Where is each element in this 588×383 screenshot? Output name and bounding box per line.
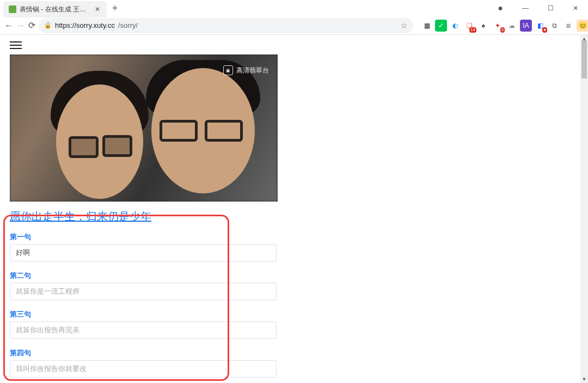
tvb-logo-icon: ▣: [223, 65, 233, 75]
minimize-button[interactable]: —: [513, 0, 538, 16]
field-label-1: 第一句: [10, 233, 277, 242]
ext-8-icon[interactable]: IA: [520, 20, 532, 32]
favicon-icon: [9, 5, 16, 13]
field-label-4: 第四句: [10, 349, 277, 358]
url-host: https://sorry.xuty.cc: [55, 21, 115, 29]
ext-6-icon[interactable]: ✦3: [492, 20, 504, 32]
window-titlebar: 表情锅 - 在线生成 王境泽 为所欲 ✕ + ● — ☐ ✕: [0, 0, 588, 16]
extensions-area: ▦✓◐❏14♠✦3☁IA◧●⧉≣😊: [421, 20, 588, 32]
field-block-1: 第一句好啊: [10, 233, 277, 262]
browser-toolbar: ← → ⟳ 🔒 https://sorry.xuty.cc/sorry/ ☆ ▦…: [0, 16, 588, 35]
template-title-link[interactable]: 愿你出走半生，归来仍是少年: [10, 209, 151, 224]
caption-input-3[interactable]: 就算你出报告再完美: [10, 321, 277, 339]
lock-icon: 🔒: [44, 22, 52, 29]
ext-1-icon[interactable]: ▦: [421, 20, 433, 32]
field-label-3: 第三句: [10, 310, 277, 319]
ext-7-icon[interactable]: ☁: [506, 20, 518, 32]
watermark-text: 高清翡翠台: [236, 66, 269, 75]
close-window-button[interactable]: ✕: [563, 0, 588, 16]
back-button[interactable]: ←: [4, 18, 13, 33]
close-tab-icon[interactable]: ✕: [94, 5, 101, 13]
ext-9-icon[interactable]: ◧●: [534, 20, 546, 32]
field-label-2: 第二句: [10, 271, 277, 281]
page-viewport: ▣ 高清翡翠台 愿你出走半生，归来仍是少年 第一句好啊第二句就算你是一流工程师第…: [0, 35, 588, 383]
ext-2-icon[interactable]: ✓: [435, 20, 447, 32]
reload-button[interactable]: ⟳: [28, 18, 35, 33]
ext-10-icon[interactable]: ⧉: [548, 20, 560, 32]
caption-form: 第一句好啊第二句就算你是一流工程师第三句就算你出报告再完美第四句我叫你改报告你就…: [10, 233, 277, 383]
ext-5-icon[interactable]: ♠: [477, 20, 489, 32]
caption-input-1[interactable]: 好啊: [10, 244, 277, 262]
ext-avatar-icon[interactable]: 😊: [577, 20, 588, 32]
hamburger-menu-button[interactable]: [10, 39, 22, 51]
url-path: /sorry/: [118, 21, 138, 29]
ext-3-icon[interactable]: ◐: [449, 20, 461, 32]
field-block-2: 第二句就算你是一流工程师: [10, 271, 277, 300]
meme-preview-image: ▣ 高清翡翠台: [10, 54, 278, 202]
forward-button: →: [16, 18, 25, 33]
scrollbar-track[interactable]: ▲ ▼: [580, 35, 588, 383]
watermark: ▣ 高清翡翠台: [223, 65, 269, 75]
incognito-indicator-icon: ●: [488, 0, 513, 16]
field-block-3: 第三句就算你出报告再完美: [10, 310, 277, 339]
ext-11-icon[interactable]: ≣: [562, 20, 574, 32]
field-block-4: 第四句我叫你改报告你就要改: [10, 349, 277, 378]
scrollbar-thumb[interactable]: [581, 40, 587, 78]
tab-title: 表情锅 - 在线生成 王境泽 为所欲: [20, 5, 90, 14]
new-tab-button[interactable]: +: [107, 0, 123, 16]
browser-tab-active[interactable]: 表情锅 - 在线生成 王境泽 为所欲 ✕: [3, 1, 107, 17]
scroll-down-icon[interactable]: ▼: [580, 375, 588, 383]
bookmark-star-icon[interactable]: ☆: [401, 21, 408, 30]
address-bar[interactable]: 🔒 https://sorry.xuty.cc/sorry/ ☆: [39, 18, 413, 33]
maximize-button[interactable]: ☐: [538, 0, 563, 16]
caption-input-4[interactable]: 我叫你改报告你就要改: [10, 360, 277, 378]
caption-input-2[interactable]: 就算你是一流工程师: [10, 283, 277, 300]
ext-4-icon[interactable]: ❏14: [463, 20, 475, 32]
